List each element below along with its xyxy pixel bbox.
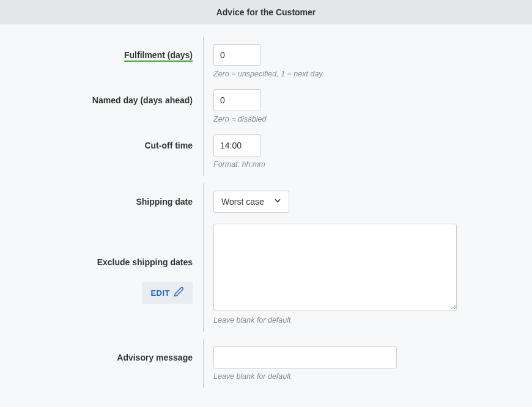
row-advisory: Advisory message Leave blank for default [204, 346, 532, 381]
shipping-date-selected: Worst case [221, 197, 264, 207]
form-container: Fulfilment (days) Zero = unspecified, 1 … [0, 37, 532, 388]
label-shipping-date: Shipping date [1, 191, 204, 207]
exclude-shipping-help: Leave blank for default [213, 316, 457, 324]
advisory-help: Leave blank for default [213, 372, 397, 381]
row-shipping-date: Shipping date Worst case [204, 191, 532, 213]
exclude-shipping-textarea[interactable] [213, 224, 457, 310]
advisory-input[interactable] [213, 346, 397, 369]
cut-off-input[interactable] [213, 134, 261, 156]
row-exclude-shipping: Exclude shipping dates EDIT Leave blank … [204, 224, 532, 324]
row-cut-off: Cut-off time Format: hh:mm [204, 134, 532, 169]
named-day-help: Zero = disabled [213, 115, 267, 123]
label-fulfilment: Fulfilment (days) [1, 44, 204, 62]
section-timing: Fulfilment (days) Zero = unspecified, 1 … [203, 37, 532, 176]
edit-button-label: EDIT [150, 288, 170, 298]
named-day-input[interactable] [213, 89, 261, 111]
fulfilment-help: Zero = unspecified, 1 = next day [213, 70, 323, 78]
shipping-date-select[interactable]: Worst case [213, 191, 289, 213]
section-advisory: Advisory message Leave blank for default [203, 339, 532, 388]
edit-button[interactable]: EDIT [142, 282, 193, 304]
page-title: Advice for the Customer [216, 7, 316, 17]
label-advisory: Advisory message [1, 346, 204, 362]
fulfilment-input[interactable] [213, 44, 261, 66]
label-named-day: Named day (days ahead) [1, 89, 204, 105]
row-named-day: Named day (days ahead) Zero = disabled [204, 89, 532, 123]
page-header: Advice for the Customer [0, 0, 532, 24]
section-shipping: Shipping date Worst case Exclude shippin… [203, 183, 532, 332]
label-cut-off: Cut-off time [1, 134, 204, 150]
label-exclude-shipping: Exclude shipping dates EDIT [1, 224, 204, 304]
row-fulfilment: Fulfilment (days) Zero = unspecified, 1 … [204, 44, 532, 78]
pencil-icon [174, 287, 184, 299]
cut-off-help: Format: hh:mm [213, 160, 265, 169]
